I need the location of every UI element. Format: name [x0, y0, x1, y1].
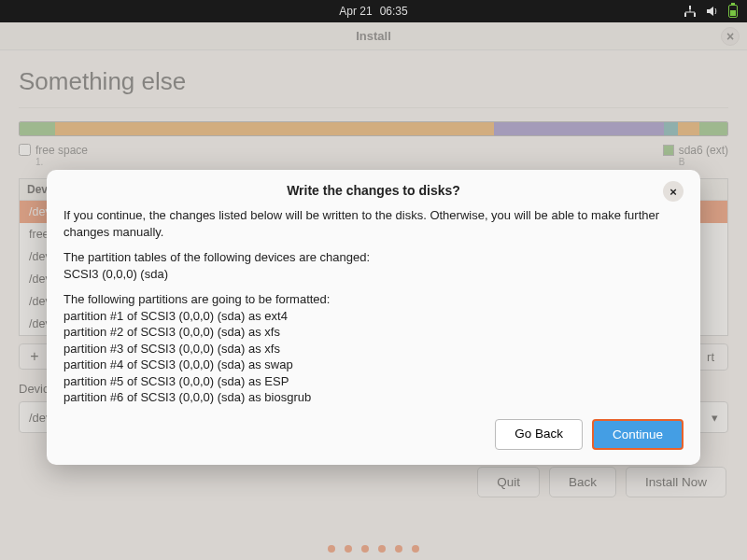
menubar-date: Apr 21	[339, 5, 372, 18]
confirm-dialog: Write the changes to disks? × If you con…	[47, 170, 700, 465]
dialog-line: partition #4 of SCSI3 (0,0,0) (sda) as s…	[63, 357, 293, 371]
volume-icon[interactable]	[706, 5, 719, 18]
dialog-line: partition #3 of SCSI3 (0,0,0) (sda) as x…	[63, 342, 280, 356]
dialog-paragraph: The partition tables of the following de…	[63, 250, 370, 264]
continue-button[interactable]: Continue	[592, 419, 684, 450]
dialog-title: Write the changes to disks?	[287, 183, 460, 198]
menubar-time: 06:35	[380, 5, 408, 18]
dialog-line: partition #6 of SCSI3 (0,0,0) (sda) as b…	[63, 390, 311, 404]
dialog-line: partition #5 of SCSI3 (0,0,0) (sda) as E…	[63, 374, 289, 388]
go-back-button[interactable]: Go Back	[495, 419, 583, 450]
svg-rect-2	[694, 13, 696, 17]
dialog-close-button[interactable]: ×	[663, 181, 684, 202]
dialog-paragraph: The following partitions are going to be…	[63, 292, 330, 306]
network-icon[interactable]	[684, 5, 697, 18]
dialog-line: SCSI3 (0,0,0) (sda)	[63, 267, 168, 281]
dialog-body: If you continue, the changes listed belo…	[63, 207, 684, 406]
battery-icon[interactable]	[728, 5, 738, 18]
menubar: Apr 21 06:35	[0, 0, 747, 22]
dialog-line: partition #2 of SCSI3 (0,0,0) (sda) as x…	[63, 325, 280, 339]
dialog-paragraph: If you continue, the changes listed belo…	[63, 207, 684, 240]
svg-rect-0	[689, 6, 691, 9]
dialog-line: partition #1 of SCSI3 (0,0,0) (sda) as e…	[63, 309, 288, 323]
svg-rect-1	[684, 13, 686, 17]
